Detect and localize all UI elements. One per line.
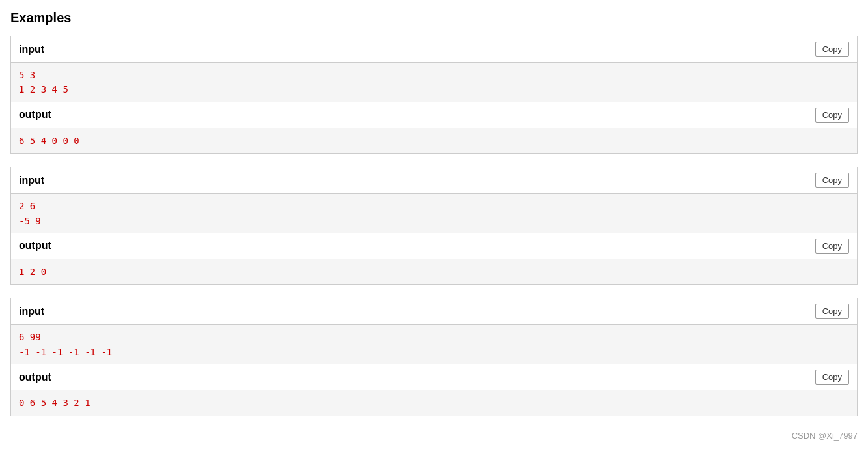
input-label-2: input [19,175,44,186]
output-copy-button-2[interactable]: Copy [815,239,849,254]
input-content-3: 6 99 -1 -1 -1 -1 -1 -1 [11,325,857,364]
output-header-3: outputCopy [11,364,857,390]
input-copy-button-3[interactable]: Copy [815,304,849,319]
output-copy-button-1[interactable]: Copy [815,108,849,123]
page-title: Examples [10,10,858,25]
output-header-2: outputCopy [11,233,857,259]
example-group-1: inputCopy5 3 1 2 3 4 5outputCopy6 5 4 0 … [10,36,858,154]
output-label-3: output [19,371,51,383]
input-header-1: inputCopy [11,36,857,63]
input-content-1: 5 3 1 2 3 4 5 [11,63,857,102]
output-content-2: 1 2 0 [11,259,857,284]
input-header-3: inputCopy [11,298,857,325]
example-group-2: inputCopy2 6 -5 9outputCopy1 2 0 [10,167,858,285]
input-copy-button-2[interactable]: Copy [815,173,849,188]
output-header-1: outputCopy [11,102,857,128]
input-content-2: 2 6 -5 9 [11,194,857,233]
input-header-2: inputCopy [11,167,857,194]
output-label-1: output [19,109,51,121]
input-label-1: input [19,44,44,55]
input-label-3: input [19,306,44,317]
output-label-2: output [19,240,51,252]
input-copy-button-1[interactable]: Copy [815,42,849,57]
footer-text: CSDN @Xi_7997 [792,431,858,441]
output-content-3: 0 6 5 4 3 2 1 [11,390,857,415]
output-copy-button-3[interactable]: Copy [815,370,849,385]
example-group-3: inputCopy6 99 -1 -1 -1 -1 -1 -1outputCop… [10,298,858,416]
output-content-1: 6 5 4 0 0 0 [11,128,857,153]
